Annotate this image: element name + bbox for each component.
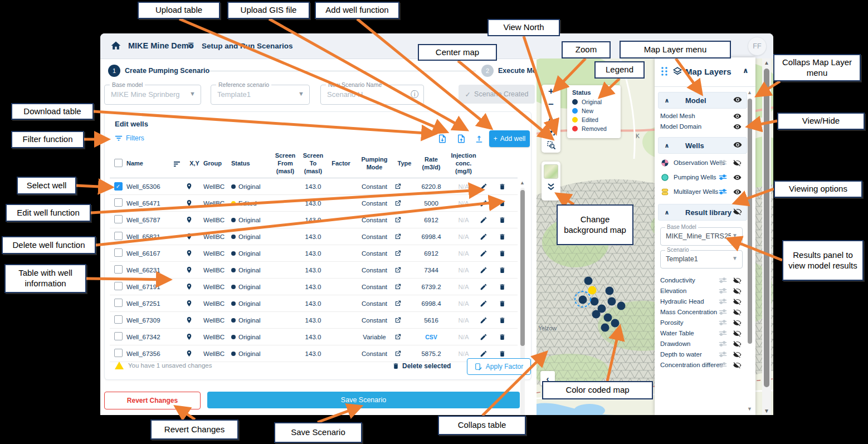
result-base-model-select[interactable]: Base Model MIKE_Mine_ETRS2583... ▼ bbox=[660, 227, 743, 246]
result-layer-row[interactable]: Water Table bbox=[658, 328, 746, 339]
result-layer-row[interactable]: Conductivity bbox=[658, 275, 746, 286]
type-export-icon[interactable] bbox=[394, 250, 415, 257]
collapse-panel-icon[interactable]: ∧ bbox=[743, 66, 749, 75]
filters-button[interactable]: Filters bbox=[115, 134, 144, 142]
viewing-options-icon[interactable] bbox=[719, 351, 727, 358]
row-checkbox[interactable] bbox=[110, 349, 126, 358]
apply-factor-button[interactable]: Apply Factor bbox=[467, 358, 531, 375]
result-layer-row[interactable]: Mass Concentration bbox=[658, 306, 746, 318]
layer-row-pumping-wells[interactable]: Pumping Wells bbox=[658, 170, 746, 184]
scroll-down-icon[interactable]: ▼ bbox=[764, 408, 769, 414]
type-export-icon[interactable] bbox=[394, 300, 415, 308]
location-pin-icon[interactable] bbox=[186, 282, 203, 291]
eye-off-icon[interactable] bbox=[733, 350, 742, 359]
edit-well-button[interactable] bbox=[480, 333, 499, 341]
select-all-checkbox[interactable] bbox=[114, 159, 123, 167]
eye-icon[interactable] bbox=[733, 188, 742, 196]
zoom-in-button[interactable]: + bbox=[542, 85, 560, 98]
table-row[interactable]: Well_66231WellBCOriginal143.0Constant734… bbox=[110, 262, 518, 279]
table-scrollbar[interactable]: ▲ ▼ bbox=[519, 180, 526, 415]
row-checkbox[interactable] bbox=[110, 315, 126, 325]
type-export-icon[interactable] bbox=[394, 266, 415, 274]
type-export-icon[interactable] bbox=[394, 350, 415, 358]
collapse-tools-icon[interactable] bbox=[542, 180, 560, 193]
type-export-icon[interactable] bbox=[394, 283, 415, 291]
row-checkbox[interactable] bbox=[110, 232, 126, 241]
location-pin-icon[interactable] bbox=[186, 199, 203, 207]
col-name[interactable]: Name bbox=[126, 160, 173, 168]
edit-well-button[interactable] bbox=[480, 216, 499, 224]
edit-well-button[interactable] bbox=[480, 266, 499, 274]
home-icon[interactable] bbox=[110, 40, 121, 51]
eye-off-icon[interactable] bbox=[733, 319, 742, 327]
view-north-button[interactable] bbox=[542, 111, 560, 125]
chevron-up-icon[interactable]: ∧ bbox=[659, 97, 675, 104]
location-pin-icon[interactable] bbox=[186, 333, 203, 341]
table-row[interactable]: Well_65471WellBCEdited143.0Constant5000N… bbox=[110, 195, 518, 212]
table-row[interactable]: Well_67251WellBCOriginal143.0Constant699… bbox=[110, 295, 518, 312]
row-checkbox[interactable] bbox=[110, 282, 126, 291]
eye-icon[interactable] bbox=[733, 173, 742, 182]
row-checkbox[interactable] bbox=[110, 215, 126, 225]
delete-well-button[interactable] bbox=[499, 316, 518, 324]
result-layer-row[interactable]: Porosity bbox=[658, 317, 746, 328]
revert-changes-button[interactable]: Revert Changes bbox=[104, 392, 201, 409]
table-row[interactable]: Well_66167WellBCOriginal143.0Constant691… bbox=[110, 245, 518, 262]
chevron-up-icon[interactable]: ∧ bbox=[659, 142, 675, 149]
row-checkbox[interactable] bbox=[110, 299, 126, 308]
delete-well-button[interactable] bbox=[499, 350, 518, 358]
avatar[interactable]: FF bbox=[748, 37, 767, 56]
result-layer-row[interactable]: Concentration difference bbox=[658, 359, 746, 370]
new-scenario-name-input[interactable]: New Scenario Name Scenario H ⓘ bbox=[320, 85, 424, 105]
viewing-options-icon[interactable] bbox=[719, 319, 727, 326]
panel-scrollbar[interactable]: ▲ ▼ bbox=[747, 90, 753, 412]
location-pin-icon[interactable] bbox=[186, 266, 203, 274]
eye-off-icon[interactable] bbox=[733, 329, 742, 338]
result-layer-row[interactable]: Hydraulic Head bbox=[658, 296, 746, 307]
zoom-out-button[interactable]: − bbox=[542, 98, 560, 111]
row-checkbox[interactable]: ✓ bbox=[110, 182, 126, 191]
viewing-options-icon[interactable] bbox=[719, 309, 727, 315]
eye-off-icon[interactable] bbox=[733, 297, 742, 306]
result-layer-row[interactable]: Depth to water bbox=[658, 349, 746, 360]
location-pin-icon[interactable] bbox=[186, 216, 203, 224]
viewing-options-icon[interactable] bbox=[719, 174, 727, 180]
delete-well-button[interactable] bbox=[499, 216, 518, 224]
layer-row-multilayer-wells[interactable]: Multilayer Wells bbox=[658, 185, 746, 198]
section-wells[interactable]: ∧ Wells bbox=[658, 137, 747, 154]
eye-off-icon[interactable] bbox=[733, 207, 742, 216]
reference-scenario-select[interactable]: Reference scenario Template1 ▼ bbox=[211, 85, 310, 105]
app-scrollbar[interactable]: ▲ ▼ bbox=[762, 58, 771, 415]
eye-icon[interactable] bbox=[733, 95, 742, 104]
edit-well-button[interactable] bbox=[480, 183, 499, 191]
type-export-icon[interactable] bbox=[394, 316, 415, 324]
table-row[interactable]: Well_67309WellBCOriginal143.0Constant561… bbox=[110, 312, 518, 329]
table-row[interactable]: Well_67356WellBCOriginal143.0Constant587… bbox=[110, 345, 518, 362]
save-scenario-button[interactable]: Save Scenario bbox=[207, 392, 520, 408]
row-checkbox[interactable] bbox=[110, 332, 126, 341]
row-checkbox[interactable] bbox=[110, 265, 126, 275]
type-export-icon[interactable] bbox=[394, 183, 415, 191]
location-pin-icon[interactable] bbox=[186, 182, 203, 191]
eye-off-icon[interactable] bbox=[733, 361, 742, 369]
type-export-icon[interactable] bbox=[394, 333, 415, 341]
edit-well-button[interactable] bbox=[480, 300, 499, 308]
edit-well-button[interactable] bbox=[480, 316, 499, 324]
section-model[interactable]: ∧ Model bbox=[658, 92, 747, 109]
table-row[interactable]: ✓Well_65306WellBCOriginal143.0Constant62… bbox=[110, 178, 518, 195]
eye-off-icon[interactable] bbox=[733, 276, 742, 285]
row-checkbox[interactable] bbox=[110, 248, 126, 258]
add-well-button[interactable]: + Add well bbox=[489, 130, 530, 147]
delete-well-button[interactable] bbox=[499, 266, 518, 274]
chevron-up-icon[interactable]: ∧ bbox=[659, 209, 675, 216]
eye-icon[interactable] bbox=[733, 140, 742, 149]
change-background-map-button[interactable] bbox=[544, 164, 558, 179]
scroll-up-icon[interactable]: ▲ bbox=[747, 90, 752, 95]
result-layer-row[interactable]: Drawdown bbox=[658, 338, 746, 349]
viewing-options-icon[interactable] bbox=[719, 188, 727, 195]
edit-well-button[interactable] bbox=[480, 283, 499, 291]
download-table-icon[interactable] bbox=[436, 132, 449, 145]
result-layer-row[interactable]: Elevation bbox=[658, 285, 746, 296]
delete-well-button[interactable] bbox=[499, 250, 518, 257]
drag-grid-icon[interactable] bbox=[660, 66, 669, 76]
